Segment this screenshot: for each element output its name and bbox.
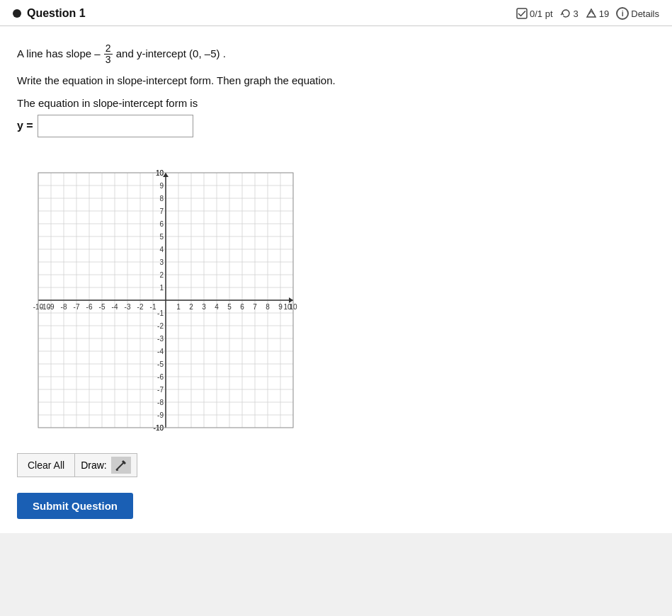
graph-wrapper: Clear All Draw: [17, 152, 314, 477]
details-label: Details [631, 8, 659, 19]
draw-text: Draw: [81, 460, 107, 471]
attempts-icon: 19 [586, 8, 609, 19]
submit-question-button[interactable]: Submit Question [17, 493, 133, 519]
equation-input-row: y = [17, 115, 655, 137]
info-circle-icon: i [616, 7, 629, 20]
slope-numerator: 2 [104, 43, 113, 55]
question-meta: 0/1 pt 3 19 i Details [516, 7, 659, 20]
details-icon: i Details [616, 7, 659, 20]
line1-pre: A line has slope – [17, 47, 101, 59]
graph-controls: Clear All Draw: [17, 453, 314, 477]
retries-icon: 3 [560, 8, 579, 19]
pencil-icon [114, 458, 128, 472]
score-icon: 0/1 pt [516, 8, 553, 19]
attempts-text: 19 [599, 8, 609, 19]
retries-text: 3 [574, 8, 579, 19]
problem-instruction: Write the equation in slope-intercept fo… [17, 73, 655, 89]
draw-label: Draw: [75, 453, 137, 477]
equation-input[interactable] [38, 115, 193, 137]
slope-denominator: 3 [104, 55, 113, 65]
retry-icon [560, 8, 571, 19]
graph-canvas[interactable] [17, 152, 314, 449]
question-header: Question 1 0/1 pt 3 19 i Details [0, 0, 672, 26]
page-container: Question 1 0/1 pt 3 19 i Details [0, 0, 672, 616]
problem-line1: A line has slope – 2 3 and y-intercept (… [17, 43, 655, 66]
content-area: A line has slope – 2 3 and y-intercept (… [0, 26, 672, 533]
clear-all-button[interactable]: Clear All [17, 453, 75, 477]
y-equals-label: y = [17, 120, 33, 132]
equation-prompt: The equation in slope-intercept form is [17, 97, 655, 109]
question-left: Question 1 [13, 7, 86, 20]
line1-post: and y-intercept (0, –5) . [116, 47, 226, 59]
slope-fraction: 2 3 [104, 43, 113, 66]
question-title: Question 1 [27, 7, 86, 20]
question-dot [13, 9, 21, 18]
score-text: 0/1 pt [530, 8, 553, 19]
checkbox-icon [516, 8, 528, 19]
draw-icon-box[interactable] [111, 457, 131, 474]
recycle-icon [586, 8, 597, 19]
